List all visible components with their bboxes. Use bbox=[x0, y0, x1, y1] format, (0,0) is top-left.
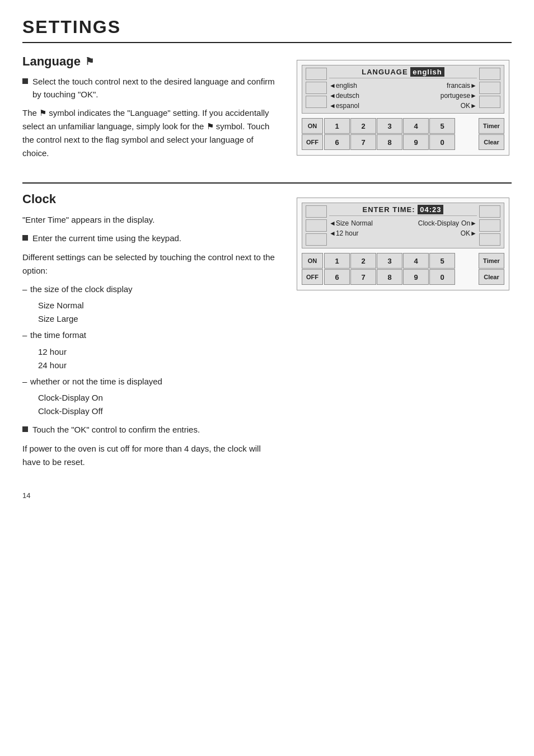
language-row2-left-text: deutsch bbox=[336, 92, 359, 100]
clock-bullet2-square-icon bbox=[22, 426, 28, 432]
clock-on-off-col: ON OFF bbox=[302, 253, 323, 285]
clock-left-side-btn-1[interactable] bbox=[306, 205, 327, 218]
clock-left-side-btn-3[interactable] bbox=[306, 233, 327, 246]
language-display-row3: ◄ espanol OK ► bbox=[329, 101, 477, 111]
language-display-main: LANGUAGE english ◄ english francais ► ◄ bbox=[329, 68, 477, 111]
language-title-text: Language bbox=[22, 54, 81, 69]
language-num-row2: 6 7 8 9 0 bbox=[324, 134, 478, 150]
clock-dash1-sub: Size Normal Size Large bbox=[22, 299, 280, 326]
language-num-row1: 1 2 3 4 5 bbox=[324, 118, 478, 134]
clock-num-1[interactable]: 1 bbox=[324, 253, 350, 269]
flag-icon: ⚑ bbox=[85, 55, 94, 68]
clock-clear-btn[interactable]: Clear bbox=[479, 269, 504, 285]
clock-intro-text: "Enter Time" appears in the display. bbox=[22, 213, 280, 227]
language-left: Language ⚑ Select the touch control next… bbox=[22, 54, 280, 166]
clock-display-title-text: ENTER TIME: bbox=[363, 205, 415, 214]
clock-dash1-text: the size of the clock display bbox=[30, 284, 133, 294]
language-right-side-btn-3[interactable] bbox=[479, 96, 500, 108]
clock-row2-left-arrow: ◄ bbox=[329, 229, 336, 237]
language-num-8[interactable]: 8 bbox=[377, 134, 402, 150]
language-row1-left-arrow: ◄ bbox=[329, 82, 336, 90]
language-row1-right-arrow: ► bbox=[470, 82, 477, 90]
language-num-0[interactable]: 0 bbox=[429, 134, 455, 150]
clock-row1-middle: Normal bbox=[351, 219, 373, 227]
clock-num-row1: 1 2 3 4 5 bbox=[324, 253, 478, 269]
language-timer-clear-col: Timer Clear bbox=[479, 118, 504, 151]
page-title: SETTINGS bbox=[22, 17, 512, 43]
clock-num-row2: 6 7 8 9 0 bbox=[324, 269, 478, 285]
clock-keypad-panel: ENTER TIME: 04:23 ◄ Size Normal Clock-Di… bbox=[297, 198, 509, 290]
language-num-5[interactable]: 5 bbox=[429, 118, 455, 134]
clock-num-4[interactable]: 4 bbox=[403, 253, 429, 269]
language-num-grid: 1 2 3 4 5 6 7 8 9 0 bbox=[324, 118, 478, 151]
clock-num-8[interactable]: 8 bbox=[377, 269, 402, 285]
clock-right-side-btn-3[interactable] bbox=[479, 233, 500, 246]
language-section: Language ⚑ Select the touch control next… bbox=[22, 54, 512, 166]
clock-plain-text1: Different settings can be selected by to… bbox=[22, 251, 280, 278]
language-right-side-btn-2[interactable] bbox=[479, 82, 500, 94]
language-on-btn[interactable]: ON bbox=[302, 118, 323, 134]
clock-row2-right-arrow: ► bbox=[470, 229, 477, 237]
language-side-btn-3[interactable] bbox=[306, 96, 327, 108]
clock-row1-left-text: Size bbox=[336, 219, 349, 227]
clock-left-side-btn-2[interactable] bbox=[306, 219, 327, 232]
clock-dash3-text: whether or not the time is displayed bbox=[30, 377, 162, 386]
clock-dash3: whether or not the time is displayed bbox=[22, 375, 280, 388]
language-num-4[interactable]: 4 bbox=[403, 118, 429, 134]
language-num-9[interactable]: 9 bbox=[403, 134, 429, 150]
clock-left: Clock "Enter Time" appears in the displa… bbox=[22, 192, 280, 475]
clock-num-2[interactable]: 2 bbox=[350, 253, 376, 269]
clock-right-side-btn-2[interactable] bbox=[479, 219, 500, 232]
clock-num-5[interactable]: 5 bbox=[429, 253, 455, 269]
language-right: LANGUAGE english ◄ english francais ► ◄ bbox=[297, 54, 509, 166]
language-row1-right-text: francais bbox=[447, 82, 470, 90]
clock-plain-text2: If power to the oven is cut off for more… bbox=[22, 442, 280, 469]
language-row3-left-arrow: ◄ bbox=[329, 102, 336, 110]
clock-display-row1: ◄ Size Normal Clock-Display On ► bbox=[329, 218, 477, 228]
language-num-1[interactable]: 1 bbox=[324, 118, 350, 134]
clock-right-side-controls bbox=[479, 205, 500, 246]
language-timer-btn[interactable]: Timer bbox=[479, 118, 504, 134]
language-off-btn[interactable]: OFF bbox=[302, 134, 323, 150]
clock-num-6[interactable]: 6 bbox=[324, 269, 350, 285]
language-num-2[interactable]: 2 bbox=[350, 118, 376, 134]
clock-display-inner: ENTER TIME: 04:23 ◄ Size Normal Clock-Di… bbox=[306, 205, 500, 246]
clock-timer-btn[interactable]: Timer bbox=[479, 253, 504, 269]
language-clear-btn[interactable]: Clear bbox=[479, 134, 504, 150]
language-right-side-btn-1[interactable] bbox=[479, 68, 500, 80]
language-display-area: LANGUAGE english ◄ english francais ► ◄ bbox=[302, 65, 504, 114]
language-num-6[interactable]: 6 bbox=[324, 134, 350, 150]
language-display-title-highlight: english bbox=[410, 67, 444, 77]
clock-row2-right-text: OK bbox=[461, 229, 470, 237]
language-bullet1-text: Select the touch control next to the des… bbox=[32, 76, 280, 101]
clock-right-side-btn-1[interactable] bbox=[479, 205, 500, 218]
clock-num-3[interactable]: 3 bbox=[377, 253, 402, 269]
language-side-btn-2[interactable] bbox=[306, 82, 327, 94]
language-row1-left-text: english bbox=[336, 82, 357, 90]
language-side-btn-1[interactable] bbox=[306, 68, 327, 80]
language-bullet1: Select the touch control next to the des… bbox=[22, 76, 280, 101]
language-num-3[interactable]: 3 bbox=[377, 118, 402, 134]
language-display-row1: ◄ english francais ► bbox=[329, 81, 477, 91]
clock-num-0[interactable]: 0 bbox=[429, 269, 455, 285]
language-num-7[interactable]: 7 bbox=[350, 134, 376, 150]
clock-dash3-sub: Clock-Display On Clock-Display Off bbox=[22, 391, 280, 418]
clock-keypad-rows: ON OFF 1 2 3 4 5 6 7 8 9 bbox=[302, 253, 504, 285]
clock-on-btn[interactable]: ON bbox=[302, 253, 323, 269]
clock-num-7[interactable]: 7 bbox=[350, 269, 376, 285]
language-keypad-panel: LANGUAGE english ◄ english francais ► ◄ bbox=[297, 60, 509, 156]
bullet-square-icon bbox=[22, 78, 28, 84]
language-left-side-controls bbox=[306, 68, 327, 111]
clock-24-hour: 24 hour bbox=[38, 359, 280, 372]
clock-display-main: ENTER TIME: 04:23 ◄ Size Normal Clock-Di… bbox=[329, 205, 477, 246]
clock-dash2: the time format bbox=[22, 329, 280, 342]
clock-dash2-text: the time format bbox=[30, 330, 86, 340]
clock-bullet2-text: Touch the "OK" control to confirm the en… bbox=[32, 424, 200, 436]
language-row3-right-arrow: ► bbox=[470, 102, 477, 110]
language-row3-right-text: OK bbox=[461, 102, 470, 110]
clock-num-9[interactable]: 9 bbox=[403, 269, 429, 285]
clock-display-area: ENTER TIME: 04:23 ◄ Size Normal Clock-Di… bbox=[302, 203, 504, 248]
clock-display-title-highlight: 04:23 bbox=[418, 205, 443, 214]
page-number: 14 bbox=[22, 491, 512, 500]
clock-off-btn[interactable]: OFF bbox=[302, 269, 323, 285]
